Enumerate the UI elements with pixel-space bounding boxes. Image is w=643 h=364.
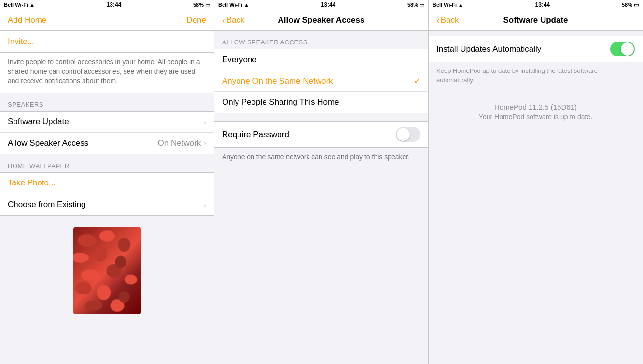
invite-description: Invite people to control accessories in …	[8, 58, 200, 84]
choose-existing-value: ›	[204, 201, 206, 209]
carrier-2: Bell Wi-Fi	[218, 2, 242, 8]
allow-speaker-access-cell[interactable]: Allow Speaker Access On Network ›	[0, 133, 214, 154]
wallpaper-leaves	[73, 227, 141, 314]
wallpaper-preview-container	[0, 216, 214, 332]
invite-cell[interactable]: Invite...	[0, 31, 214, 52]
sharing-home-cell[interactable]: Only People Sharing This Home	[214, 92, 428, 113]
wallpaper-preview	[73, 227, 141, 314]
install-updates-cell[interactable]: Install Updates Automatically	[429, 36, 643, 62]
nav-bar-3: ‹ Back Software Update	[429, 10, 643, 31]
battery-icon-2: ▭	[419, 2, 424, 8]
battery-icon-1: ▭	[205, 2, 210, 8]
content-3: Install Updates Automatically Keep HomeP…	[429, 31, 643, 364]
spacer-require	[214, 113, 428, 121]
software-update-label: Software Update	[8, 117, 69, 126]
battery-2: 58%	[407, 2, 418, 8]
allow-access-section-header: ALLOW SPEAKER ACCESS	[214, 31, 428, 49]
battery-3: 58%	[622, 2, 632, 8]
invite-label[interactable]: Invite...	[8, 37, 34, 46]
content-2: ALLOW SPEAKER ACCESS Everyone Anyone On …	[214, 31, 428, 364]
battery-icon-3: ▭	[634, 2, 639, 8]
nav-title-2: Allow Speaker Access	[278, 15, 365, 25]
toggle-knob	[397, 128, 410, 141]
allow-speaker-access-value: On Network ›	[158, 139, 206, 148]
status-left-3: Bell Wi-Fi ▲	[433, 2, 463, 8]
nav-title-3: Software Update	[503, 15, 568, 25]
require-password-cell[interactable]: Require Password	[214, 122, 428, 147]
time-1: 13:44	[107, 1, 122, 8]
install-description-text: Keep HomePod up to date by installing th…	[436, 67, 598, 84]
install-updates-toggle[interactable]	[610, 42, 635, 56]
wifi-icon-3: ▲	[458, 2, 463, 8]
wifi-icon-1: ▲	[29, 2, 35, 8]
allow-speaker-access-label: Allow Speaker Access	[8, 139, 88, 148]
allow-speaker-access-chevron: ›	[204, 140, 206, 147]
time-3: 13:44	[535, 1, 550, 8]
access-options-group: Everyone Anyone On the Same Network ✓ On…	[214, 49, 428, 113]
speakers-section-header: SPEAKERS	[0, 93, 214, 111]
software-update-value: ›	[204, 118, 206, 126]
require-password-label: Require Password	[222, 130, 289, 140]
same-network-label: Anyone On the Same Network	[222, 76, 333, 86]
same-network-cell[interactable]: Anyone On the Same Network ✓	[214, 70, 428, 92]
done-button[interactable]: Done	[186, 15, 206, 25]
invite-description-box: Invite people to control accessories in …	[0, 53, 214, 93]
install-toggle-knob	[621, 42, 634, 56]
software-update-chevron: ›	[204, 118, 206, 126]
install-description-container: Keep HomePod up to date by installing th…	[429, 62, 643, 91]
back-label-3: Back	[441, 15, 459, 25]
software-update-cell[interactable]: Software Update ›	[0, 112, 214, 133]
require-password-group: Require Password	[214, 121, 428, 148]
back-button-2[interactable]: ‹ Back	[222, 15, 244, 25]
speakers-group: Software Update › Allow Speaker Access O…	[0, 111, 214, 154]
status-right-3: 58% ▭	[622, 2, 639, 8]
choose-existing-cell[interactable]: Choose from Existing ›	[0, 194, 214, 215]
everyone-cell[interactable]: Everyone	[214, 49, 428, 70]
back-button-3[interactable]: ‹ Back	[436, 15, 459, 25]
back-chevron-3: ‹	[436, 15, 440, 25]
choose-existing-label: Choose from Existing	[8, 200, 86, 210]
status-bar-2: Bell Wi-Fi ▲ 13:44 58% ▭	[214, 0, 428, 10]
footer-text-container: Anyone on the same network can see and p…	[214, 148, 428, 169]
take-photo-cell[interactable]: Take Photo...	[0, 173, 214, 194]
everyone-label: Everyone	[222, 55, 257, 65]
version-info-container: HomePod 11.2.5 (15D61) Your HomePod soft…	[429, 91, 643, 125]
status-left-2: Bell Wi-Fi ▲	[218, 2, 249, 8]
status-bar-3: Bell Wi-Fi ▲ 13:44 58% ▭	[429, 0, 643, 10]
wallpaper-group: Take Photo... Choose from Existing ›	[0, 172, 214, 216]
status-bar-1: Bell Wi-Fi ▲ 13:44 58% ▭	[0, 0, 214, 10]
panel-2: Bell Wi-Fi ▲ 13:44 58% ▭ ‹ Back Allow Sp…	[214, 0, 429, 364]
status-right-1: 58% ▭	[193, 2, 210, 8]
nav-bar-1: Add Home Done	[0, 10, 214, 31]
battery-1: 58%	[193, 2, 204, 8]
version-number: HomePod 11.2.5 (15D61)	[436, 103, 635, 111]
status-left-1: Bell Wi-Fi ▲	[4, 2, 35, 8]
carrier-3: Bell Wi-Fi	[433, 2, 457, 8]
time-2: 13:44	[321, 1, 336, 8]
panel-1: Bell Wi-Fi ▲ 13:44 58% ▭ Add Home Done I…	[0, 0, 214, 364]
take-photo-label: Take Photo...	[8, 178, 56, 188]
sharing-home-label: Only People Sharing This Home	[222, 98, 339, 107]
add-home-button[interactable]: Add Home	[8, 15, 46, 25]
footer-text: Anyone on the same network can see and p…	[222, 153, 410, 161]
back-chevron-2: ‹	[222, 15, 225, 25]
wallpaper-section-header: HOME WALLPAPER	[0, 154, 214, 172]
install-updates-label: Install Updates Automatically	[436, 44, 541, 54]
require-password-toggle[interactable]	[396, 127, 420, 142]
on-network-value: On Network	[158, 139, 201, 148]
spacer-top-3	[429, 31, 643, 36]
wifi-icon-2: ▲	[244, 2, 249, 8]
choose-existing-chevron: ›	[204, 201, 206, 209]
carrier-1: Bell Wi-Fi	[4, 2, 28, 8]
back-label-2: Back	[226, 15, 245, 25]
invite-group: Invite...	[0, 31, 214, 53]
content-1: Invite... Invite people to control acces…	[0, 31, 214, 364]
version-status: Your HomePod software is up to date.	[436, 113, 635, 121]
panel-3: Bell Wi-Fi ▲ 13:44 58% ▭ ‹ Back Software…	[429, 0, 643, 364]
status-right-2: 58% ▭	[407, 2, 424, 8]
nav-bar-2: ‹ Back Allow Speaker Access	[214, 10, 428, 31]
same-network-checkmark: ✓	[414, 76, 420, 86]
